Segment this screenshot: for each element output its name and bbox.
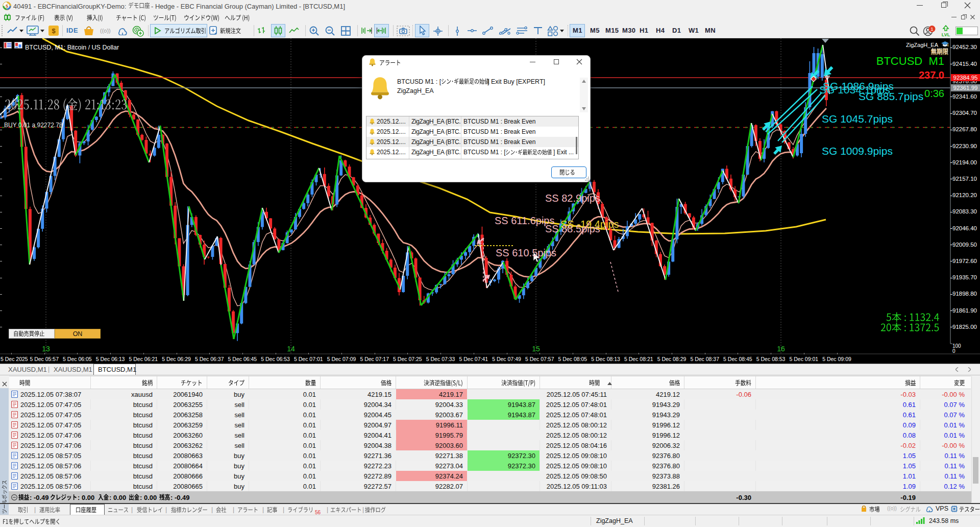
- svg-text:5: 5: [6, 4, 8, 9]
- svg-text:$: $: [52, 27, 56, 35]
- svg-text:1: 1: [930, 26, 933, 32]
- svg-text:LVL: LVL: [942, 32, 950, 37]
